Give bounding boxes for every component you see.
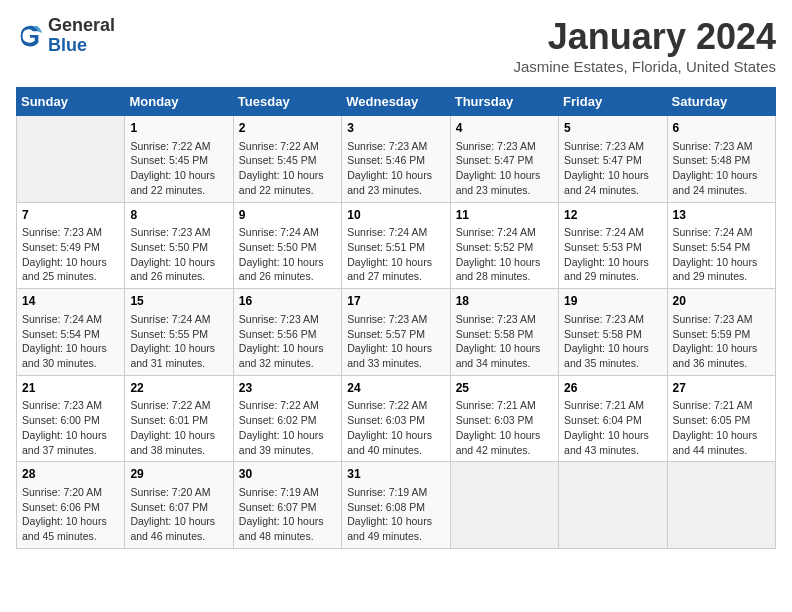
day-number: 27 bbox=[673, 380, 770, 397]
week-row-4: 21Sunrise: 7:23 AM Sunset: 6:00 PM Dayli… bbox=[17, 375, 776, 462]
day-number: 9 bbox=[239, 207, 336, 224]
calendar-cell: 9Sunrise: 7:24 AM Sunset: 5:50 PM Daylig… bbox=[233, 202, 341, 289]
day-number: 23 bbox=[239, 380, 336, 397]
day-info: Sunrise: 7:20 AM Sunset: 6:06 PM Dayligh… bbox=[22, 485, 119, 544]
calendar-cell: 7Sunrise: 7:23 AM Sunset: 5:49 PM Daylig… bbox=[17, 202, 125, 289]
day-info: Sunrise: 7:23 AM Sunset: 5:46 PM Dayligh… bbox=[347, 139, 444, 198]
week-row-3: 14Sunrise: 7:24 AM Sunset: 5:54 PM Dayli… bbox=[17, 289, 776, 376]
day-info: Sunrise: 7:23 AM Sunset: 5:58 PM Dayligh… bbox=[456, 312, 553, 371]
calendar-cell: 12Sunrise: 7:24 AM Sunset: 5:53 PM Dayli… bbox=[559, 202, 667, 289]
day-number: 17 bbox=[347, 293, 444, 310]
logo-text: General Blue bbox=[48, 16, 115, 56]
day-number: 15 bbox=[130, 293, 227, 310]
day-info: Sunrise: 7:22 AM Sunset: 5:45 PM Dayligh… bbox=[130, 139, 227, 198]
calendar-cell bbox=[667, 462, 775, 549]
day-info: Sunrise: 7:23 AM Sunset: 5:56 PM Dayligh… bbox=[239, 312, 336, 371]
day-info: Sunrise: 7:23 AM Sunset: 5:57 PM Dayligh… bbox=[347, 312, 444, 371]
day-number: 2 bbox=[239, 120, 336, 137]
day-info: Sunrise: 7:23 AM Sunset: 5:50 PM Dayligh… bbox=[130, 225, 227, 284]
day-info: Sunrise: 7:24 AM Sunset: 5:51 PM Dayligh… bbox=[347, 225, 444, 284]
title-block: January 2024 Jasmine Estates, Florida, U… bbox=[513, 16, 776, 75]
day-number: 6 bbox=[673, 120, 770, 137]
day-number: 1 bbox=[130, 120, 227, 137]
day-info: Sunrise: 7:24 AM Sunset: 5:53 PM Dayligh… bbox=[564, 225, 661, 284]
day-number: 25 bbox=[456, 380, 553, 397]
day-header-monday: Monday bbox=[125, 88, 233, 116]
day-number: 10 bbox=[347, 207, 444, 224]
calendar-title: January 2024 bbox=[513, 16, 776, 58]
day-number: 30 bbox=[239, 466, 336, 483]
day-header-wednesday: Wednesday bbox=[342, 88, 450, 116]
day-info: Sunrise: 7:23 AM Sunset: 5:49 PM Dayligh… bbox=[22, 225, 119, 284]
calendar-cell: 20Sunrise: 7:23 AM Sunset: 5:59 PM Dayli… bbox=[667, 289, 775, 376]
day-number: 8 bbox=[130, 207, 227, 224]
calendar-table: SundayMondayTuesdayWednesdayThursdayFrid… bbox=[16, 87, 776, 549]
day-number: 13 bbox=[673, 207, 770, 224]
calendar-cell: 30Sunrise: 7:19 AM Sunset: 6:07 PM Dayli… bbox=[233, 462, 341, 549]
day-number: 18 bbox=[456, 293, 553, 310]
day-header-thursday: Thursday bbox=[450, 88, 558, 116]
day-info: Sunrise: 7:23 AM Sunset: 5:58 PM Dayligh… bbox=[564, 312, 661, 371]
calendar-cell: 29Sunrise: 7:20 AM Sunset: 6:07 PM Dayli… bbox=[125, 462, 233, 549]
day-number: 20 bbox=[673, 293, 770, 310]
day-info: Sunrise: 7:22 AM Sunset: 6:01 PM Dayligh… bbox=[130, 398, 227, 457]
calendar-cell: 11Sunrise: 7:24 AM Sunset: 5:52 PM Dayli… bbox=[450, 202, 558, 289]
calendar-cell: 2Sunrise: 7:22 AM Sunset: 5:45 PM Daylig… bbox=[233, 116, 341, 203]
day-info: Sunrise: 7:21 AM Sunset: 6:04 PM Dayligh… bbox=[564, 398, 661, 457]
day-number: 19 bbox=[564, 293, 661, 310]
logo-icon bbox=[16, 22, 44, 50]
day-info: Sunrise: 7:19 AM Sunset: 6:08 PM Dayligh… bbox=[347, 485, 444, 544]
day-number: 5 bbox=[564, 120, 661, 137]
day-info: Sunrise: 7:24 AM Sunset: 5:54 PM Dayligh… bbox=[22, 312, 119, 371]
calendar-cell: 24Sunrise: 7:22 AM Sunset: 6:03 PM Dayli… bbox=[342, 375, 450, 462]
calendar-cell: 27Sunrise: 7:21 AM Sunset: 6:05 PM Dayli… bbox=[667, 375, 775, 462]
day-number: 16 bbox=[239, 293, 336, 310]
day-number: 7 bbox=[22, 207, 119, 224]
week-row-5: 28Sunrise: 7:20 AM Sunset: 6:06 PM Dayli… bbox=[17, 462, 776, 549]
calendar-body: 1Sunrise: 7:22 AM Sunset: 5:45 PM Daylig… bbox=[17, 116, 776, 549]
calendar-cell: 15Sunrise: 7:24 AM Sunset: 5:55 PM Dayli… bbox=[125, 289, 233, 376]
logo: General Blue bbox=[16, 16, 115, 56]
calendar-cell bbox=[450, 462, 558, 549]
calendar-cell: 6Sunrise: 7:23 AM Sunset: 5:48 PM Daylig… bbox=[667, 116, 775, 203]
calendar-cell: 3Sunrise: 7:23 AM Sunset: 5:46 PM Daylig… bbox=[342, 116, 450, 203]
page-header: General Blue January 2024 Jasmine Estate… bbox=[16, 16, 776, 75]
header-row: SundayMondayTuesdayWednesdayThursdayFrid… bbox=[17, 88, 776, 116]
day-number: 29 bbox=[130, 466, 227, 483]
calendar-cell: 10Sunrise: 7:24 AM Sunset: 5:51 PM Dayli… bbox=[342, 202, 450, 289]
calendar-cell: 31Sunrise: 7:19 AM Sunset: 6:08 PM Dayli… bbox=[342, 462, 450, 549]
day-number: 12 bbox=[564, 207, 661, 224]
day-number: 21 bbox=[22, 380, 119, 397]
day-header-saturday: Saturday bbox=[667, 88, 775, 116]
day-info: Sunrise: 7:21 AM Sunset: 6:03 PM Dayligh… bbox=[456, 398, 553, 457]
day-number: 14 bbox=[22, 293, 119, 310]
day-number: 26 bbox=[564, 380, 661, 397]
day-info: Sunrise: 7:23 AM Sunset: 5:59 PM Dayligh… bbox=[673, 312, 770, 371]
calendar-cell bbox=[559, 462, 667, 549]
day-info: Sunrise: 7:22 AM Sunset: 5:45 PM Dayligh… bbox=[239, 139, 336, 198]
day-info: Sunrise: 7:19 AM Sunset: 6:07 PM Dayligh… bbox=[239, 485, 336, 544]
day-info: Sunrise: 7:20 AM Sunset: 6:07 PM Dayligh… bbox=[130, 485, 227, 544]
day-info: Sunrise: 7:24 AM Sunset: 5:55 PM Dayligh… bbox=[130, 312, 227, 371]
week-row-1: 1Sunrise: 7:22 AM Sunset: 5:45 PM Daylig… bbox=[17, 116, 776, 203]
calendar-cell: 17Sunrise: 7:23 AM Sunset: 5:57 PM Dayli… bbox=[342, 289, 450, 376]
day-info: Sunrise: 7:23 AM Sunset: 5:47 PM Dayligh… bbox=[456, 139, 553, 198]
calendar-cell: 14Sunrise: 7:24 AM Sunset: 5:54 PM Dayli… bbox=[17, 289, 125, 376]
calendar-cell: 1Sunrise: 7:22 AM Sunset: 5:45 PM Daylig… bbox=[125, 116, 233, 203]
calendar-cell: 16Sunrise: 7:23 AM Sunset: 5:56 PM Dayli… bbox=[233, 289, 341, 376]
calendar-cell bbox=[17, 116, 125, 203]
day-info: Sunrise: 7:23 AM Sunset: 6:00 PM Dayligh… bbox=[22, 398, 119, 457]
day-number: 22 bbox=[130, 380, 227, 397]
calendar-cell: 19Sunrise: 7:23 AM Sunset: 5:58 PM Dayli… bbox=[559, 289, 667, 376]
day-info: Sunrise: 7:22 AM Sunset: 6:03 PM Dayligh… bbox=[347, 398, 444, 457]
calendar-cell: 26Sunrise: 7:21 AM Sunset: 6:04 PM Dayli… bbox=[559, 375, 667, 462]
day-number: 3 bbox=[347, 120, 444, 137]
day-header-sunday: Sunday bbox=[17, 88, 125, 116]
day-info: Sunrise: 7:22 AM Sunset: 6:02 PM Dayligh… bbox=[239, 398, 336, 457]
day-info: Sunrise: 7:24 AM Sunset: 5:54 PM Dayligh… bbox=[673, 225, 770, 284]
day-info: Sunrise: 7:24 AM Sunset: 5:50 PM Dayligh… bbox=[239, 225, 336, 284]
day-info: Sunrise: 7:23 AM Sunset: 5:48 PM Dayligh… bbox=[673, 139, 770, 198]
day-info: Sunrise: 7:23 AM Sunset: 5:47 PM Dayligh… bbox=[564, 139, 661, 198]
calendar-cell: 18Sunrise: 7:23 AM Sunset: 5:58 PM Dayli… bbox=[450, 289, 558, 376]
day-number: 28 bbox=[22, 466, 119, 483]
